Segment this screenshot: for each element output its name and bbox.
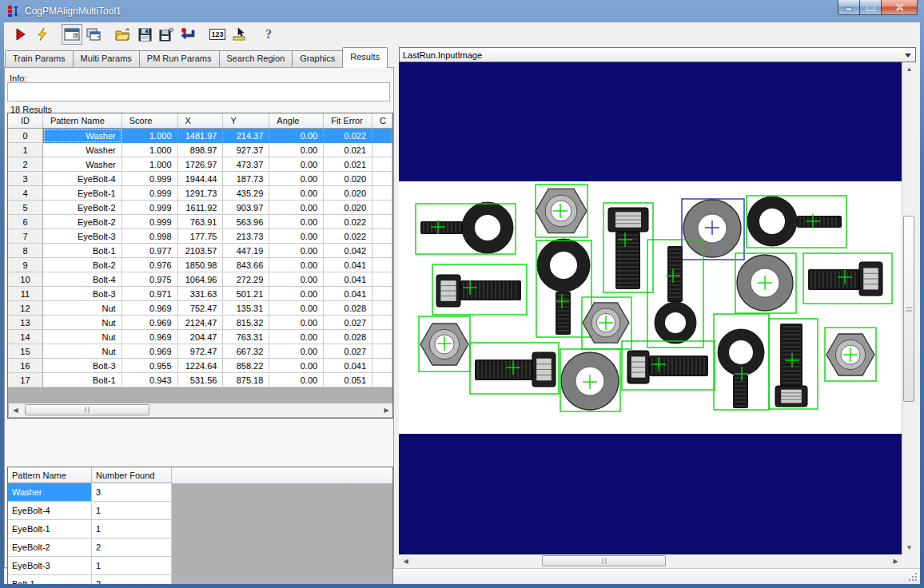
results-hscroll-thumb[interactable] xyxy=(25,404,149,415)
cell[interactable] xyxy=(372,272,392,287)
cell[interactable]: 214.37 xyxy=(223,129,269,143)
image-vscroll-thumb[interactable] xyxy=(903,216,914,402)
maximize-button[interactable] xyxy=(860,0,882,15)
cell[interactable]: 0.969 xyxy=(122,344,178,359)
column-header-angle[interactable]: Angle xyxy=(269,113,324,128)
cell[interactable]: 0.969 xyxy=(122,330,178,344)
cell[interactable]: 13 xyxy=(8,316,43,330)
cell[interactable] xyxy=(372,287,392,301)
cell[interactable]: 0.00 xyxy=(269,359,324,373)
cell[interactable]: 213.73 xyxy=(223,229,269,244)
cell[interactable]: 0.00 xyxy=(269,157,324,172)
cell[interactable] xyxy=(372,359,392,373)
cell[interactable]: 0.00 xyxy=(269,244,324,258)
numeric-format-button[interactable]: 123 xyxy=(207,24,228,45)
cell[interactable]: Washer xyxy=(43,129,122,143)
cell[interactable]: 0.00 xyxy=(269,272,324,287)
cell[interactable]: 204.47 xyxy=(178,330,224,344)
cell[interactable]: 858.22 xyxy=(223,359,269,373)
live-run-button[interactable] xyxy=(32,24,53,45)
cell[interactable]: 972.47 xyxy=(178,344,224,359)
scroll-left-arrow-icon[interactable]: ◀ xyxy=(399,554,412,568)
tab-pm-run-params[interactable]: PM Run Params xyxy=(139,50,220,68)
cell[interactable]: 1.000 xyxy=(122,143,178,157)
results-grid-header[interactable]: IDPattern NameScoreXYAngleFit ErrorC xyxy=(8,113,392,129)
cell[interactable]: Bolt-1 xyxy=(8,575,92,584)
cell[interactable]: 1726.97 xyxy=(178,157,224,172)
table-row[interactable]: 9Bolt-20.9761850.98843.660.000.041 xyxy=(8,258,392,272)
cell[interactable]: 7 xyxy=(8,229,43,244)
table-row[interactable]: 2Washer1.0001726.97473.370.000.021 xyxy=(8,157,392,172)
cell[interactable] xyxy=(372,172,392,186)
column-header-number-found[interactable]: Number Found xyxy=(92,467,172,483)
table-row[interactable]: Washer3 xyxy=(8,483,392,502)
cell[interactable]: 752.47 xyxy=(178,301,224,316)
cell[interactable]: 1 xyxy=(92,520,172,538)
cell[interactable]: 0.999 xyxy=(122,215,178,229)
cell[interactable]: 0.969 xyxy=(122,316,178,330)
cell[interactable]: 0.998 xyxy=(122,229,178,244)
cell[interactable]: 0.00 xyxy=(269,186,324,201)
cell[interactable]: 0.999 xyxy=(122,172,178,186)
cell[interactable]: 135.31 xyxy=(223,301,269,316)
table-row[interactable]: 5EyeBolt-20.9991611.92903.970.000.020 xyxy=(8,201,392,215)
column-header-c[interactable]: C xyxy=(372,113,392,128)
cell[interactable] xyxy=(372,201,392,215)
table-row[interactable]: 15Nut0.969972.47667.320.000.027 xyxy=(8,344,392,359)
cell[interactable]: Nut xyxy=(43,330,122,344)
cell[interactable]: Bolt-1 xyxy=(43,244,122,258)
cell[interactable]: Bolt-3 xyxy=(43,359,122,373)
table-row[interactable]: 0Washer1.0001481.97214.370.000.022 xyxy=(8,129,392,143)
cell[interactable] xyxy=(372,373,392,387)
cell[interactable]: 843.66 xyxy=(223,258,269,272)
column-header-x[interactable]: X xyxy=(178,113,224,128)
cell[interactable]: 15 xyxy=(8,344,43,359)
table-row[interactable]: 7EyeBolt-30.998177.75213.730.000.022 xyxy=(8,229,392,244)
cell[interactable]: 2 xyxy=(92,538,172,557)
cell[interactable]: Washer xyxy=(43,143,122,157)
cell[interactable]: 11 xyxy=(8,287,43,301)
cell[interactable]: 0.020 xyxy=(324,201,372,215)
cell[interactable]: 9 xyxy=(8,258,43,272)
cell[interactable]: 2 xyxy=(92,575,172,584)
table-row[interactable]: EyeBolt-31 xyxy=(8,557,392,575)
cell[interactable]: 0.027 xyxy=(324,316,372,330)
cell[interactable]: 3 xyxy=(8,172,43,186)
table-row[interactable]: EyeBolt-22 xyxy=(8,538,392,557)
input-image[interactable] xyxy=(399,62,902,554)
cell[interactable]: 0.00 xyxy=(269,373,324,387)
cell[interactable]: 0.00 xyxy=(269,172,324,186)
cell[interactable]: 927.37 xyxy=(223,143,269,157)
image-hscroll-thumb[interactable] xyxy=(542,555,666,566)
cell[interactable]: 0.00 xyxy=(269,258,324,272)
cell[interactable]: Bolt-1 xyxy=(43,373,122,387)
cell[interactable] xyxy=(372,316,392,330)
cell[interactable]: 531.56 xyxy=(178,373,224,387)
table-row[interactable]: 16Bolt-30.9551224.64858.220.000.041 xyxy=(8,359,392,373)
tab-results[interactable]: Results xyxy=(342,47,388,68)
cell[interactable]: 473.37 xyxy=(223,157,269,172)
measure-pointer-button[interactable] xyxy=(229,24,249,45)
cell[interactable]: 0.969 xyxy=(122,301,178,316)
cell[interactable]: 187.73 xyxy=(223,172,269,186)
cell[interactable]: Nut xyxy=(43,344,122,359)
cell[interactable]: 0.943 xyxy=(122,373,178,387)
cell[interactable]: 0.022 xyxy=(324,129,372,143)
cell[interactable]: 0.027 xyxy=(324,344,372,359)
cell[interactable]: 0.00 xyxy=(269,287,324,301)
cell[interactable] xyxy=(372,157,392,172)
cell[interactable] xyxy=(372,301,392,316)
cell[interactable]: 0.00 xyxy=(269,301,324,316)
cell[interactable]: 0.041 xyxy=(324,359,372,373)
cell[interactable]: 1 xyxy=(8,143,43,157)
cell[interactable] xyxy=(372,330,392,344)
cell[interactable]: 1944.44 xyxy=(178,172,224,186)
cell[interactable]: 1291.73 xyxy=(178,186,224,201)
cell[interactable]: 0.00 xyxy=(269,330,324,344)
cell[interactable]: 0.00 xyxy=(269,143,324,157)
cell[interactable]: 0.955 xyxy=(122,359,178,373)
cell[interactable]: 0.977 xyxy=(122,244,178,258)
cell[interactable]: 0.041 xyxy=(324,258,372,272)
cell[interactable] xyxy=(372,215,392,229)
cell[interactable]: 6 xyxy=(8,215,43,229)
